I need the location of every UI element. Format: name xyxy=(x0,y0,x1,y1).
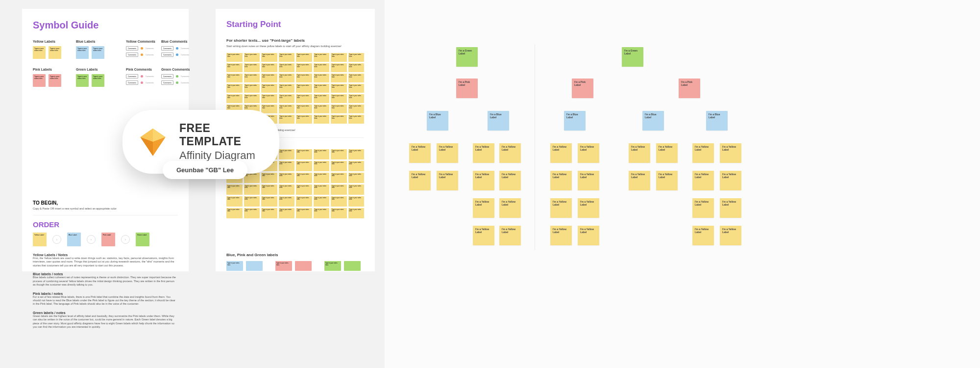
yellow-cell: Type in your notes here xyxy=(348,196,365,207)
yellow-label-note: I'm a Yellow Label xyxy=(692,171,714,190)
dot-icon xyxy=(141,75,143,78)
yellow-cell: Type in your notes here xyxy=(314,208,330,218)
yellow-cell: Type in your notes here xyxy=(261,184,277,195)
green-label-note: I'm a Green Label xyxy=(456,47,478,67)
chevron-right-icon: › xyxy=(52,235,61,244)
yellow-label-note: I'm a Yellow Label xyxy=(437,171,458,190)
yellow-cell: Type in your notes here xyxy=(331,196,347,207)
yellow-cell: Type in your notes here xyxy=(279,53,295,62)
yellow-cell: Type in your notes here xyxy=(261,84,277,93)
dot-icon xyxy=(176,75,178,78)
yellow-cell: Type in your notes here xyxy=(226,196,243,207)
yellow-cell: Type in your notes here xyxy=(244,84,260,93)
yellow-cell: Type in your notes here xyxy=(348,115,365,124)
yellow-cell: Type in your notes here xyxy=(314,74,330,82)
yellow-cell: Type in your notes here xyxy=(348,74,365,82)
yellow-cell: Type in your notes here xyxy=(348,149,365,159)
blue-label-note: I'm a Blue Label xyxy=(706,111,728,131)
yellow-label-note: I'm a Yellow Label xyxy=(578,171,599,190)
yellow-cell: Type in your notes here xyxy=(244,53,260,62)
green-comments-block: Green Comments CommentsComments Comments… xyxy=(161,68,195,87)
yellow-cell: Type in your notes here xyxy=(314,196,330,207)
badge-title: FREE TEMPLATE xyxy=(179,122,265,148)
badge-subtitle: Affinity Diagram xyxy=(179,149,265,162)
yellow-cell: Type in your notes here xyxy=(296,208,312,218)
yellow-cell: Type in your notes here xyxy=(331,208,347,218)
dot-icon xyxy=(176,81,178,84)
yellow-label-note: I'm a Yellow Label xyxy=(550,171,572,190)
yellow-cell: Type in your notes here xyxy=(226,74,243,82)
yellow-label-note: I'm a Yellow Label xyxy=(692,198,714,218)
bottom-swatch-row: Type in your notes here. Type in your no… xyxy=(226,261,364,271)
yellow-cell: Type in your notes here xyxy=(348,173,365,183)
left-preview-panel: Symbol Guide Yellow Labels Type in your … xyxy=(10,0,375,368)
order-yellow: Yellow Label xyxy=(33,233,47,246)
yellow-label-note: I'm a Yellow Label xyxy=(656,171,678,190)
yellow-label-note: I'm a Yellow Label xyxy=(720,198,741,218)
pink-swatch: Type in your notes here. xyxy=(49,74,61,87)
blue-labels-block: Blue Labels Type in your notes here. Typ… xyxy=(76,40,117,59)
yellow-cell: Type in your notes here xyxy=(244,208,260,218)
yellow-cell: Type in your notes here xyxy=(261,105,277,113)
yellow-cell: Type in your notes here xyxy=(331,74,347,82)
yellow-cell: Type in your notes here xyxy=(296,53,312,62)
yellow-label-note: I'm a Yellow Label xyxy=(499,143,521,163)
yellow-cell: Type in your notes here xyxy=(226,184,243,195)
yellow-cell: Type in your notes here xyxy=(279,105,295,113)
yellow-cell: Type in your notes here xyxy=(226,84,243,93)
yellow-cell: Type in your notes here xyxy=(314,184,330,195)
yellow-label-note: I'm a Yellow Label xyxy=(578,198,599,218)
yellow-cell: Type in your notes here xyxy=(244,74,260,82)
yellow-label-note: I'm a Yellow Label xyxy=(409,171,431,190)
yellow-cell: Type in your notes here xyxy=(296,63,312,72)
yellow-cell: Type in your notes here xyxy=(226,208,243,218)
blue-label-note: I'm a Blue Label xyxy=(427,111,448,131)
yellow-cell: Type in your notes here xyxy=(348,53,365,62)
yellow-cell: Type in your notes here xyxy=(279,184,295,195)
yellow-label-note: I'm a Yellow Label xyxy=(720,171,741,190)
yellow-cell: Type in your notes here xyxy=(261,173,277,183)
yellow-cell: Type in your notes here xyxy=(296,94,312,103)
blue-comments-block: Blue Comments CommentsComments CommentsC… xyxy=(161,40,195,59)
yellow-cell: Type in your notes here xyxy=(348,84,365,93)
chevron-right-icon: › xyxy=(87,235,96,244)
yellow-cell: Type in your notes here xyxy=(296,161,312,171)
author-pill: Geunbae "GB" Lee xyxy=(163,161,247,179)
yellow-cell: Type in your notes here xyxy=(314,94,330,103)
dot-icon xyxy=(141,47,143,50)
blue-swatch: Type in your notes here. xyxy=(92,46,104,59)
yellow-cell: Type in your notes here xyxy=(348,105,365,113)
dot-icon xyxy=(141,53,143,56)
chevron-right-icon: › xyxy=(121,235,130,244)
yellow-label-note: I'm a Yellow Label xyxy=(578,226,599,245)
yellow-label-note: I'm a Yellow Label xyxy=(409,143,431,163)
yellow-cell: Type in your notes here xyxy=(279,173,295,183)
yellow-cell: Type in your notes here xyxy=(279,196,295,207)
order-pink: Pink Label xyxy=(101,233,115,246)
yellow-cell: Type in your notes here xyxy=(279,208,295,218)
pink-swatch: Type in your notes here. xyxy=(33,74,46,87)
green-swatch: Type in your notes here. xyxy=(92,74,104,87)
yellow-label-note: I'm a Yellow Label xyxy=(473,171,494,190)
yellow-label-note: I'm a Yellow Label xyxy=(550,226,572,245)
yellow-cell: Type in your notes here xyxy=(226,94,243,103)
yellow-cell: Type in your notes here xyxy=(296,105,312,113)
yellow-label-note: I'm a Yellow Label xyxy=(473,226,494,245)
pink-swatch xyxy=(295,261,312,271)
yellow-cell: Type in your notes here xyxy=(331,184,347,195)
yellow-cell: Type in your notes here xyxy=(348,94,365,103)
pink-label-note: I'm a Pink Label xyxy=(679,79,700,98)
dot-icon xyxy=(141,81,143,84)
blue-label-note: I'm a Blue Label xyxy=(488,111,509,131)
yellow-cell: Type in your notes here xyxy=(261,196,277,207)
yellow-cell: Type in your notes here xyxy=(331,63,347,72)
order-green: Green Label xyxy=(136,233,149,246)
yellow-cell: Type in your notes here xyxy=(244,63,260,72)
yellow-cell: Type in your notes here xyxy=(261,208,277,218)
yellow-label-note: I'm a Yellow Label xyxy=(499,198,521,218)
yellow-cell: Type in your notes here xyxy=(261,74,277,82)
yellow-swatch: Type in your notes here. xyxy=(49,46,61,59)
yellow-cell: Type in your notes here xyxy=(279,84,295,93)
green-swatch: Type in your notes here. xyxy=(324,261,341,271)
yellow-cell: Type in your notes here xyxy=(296,173,312,183)
